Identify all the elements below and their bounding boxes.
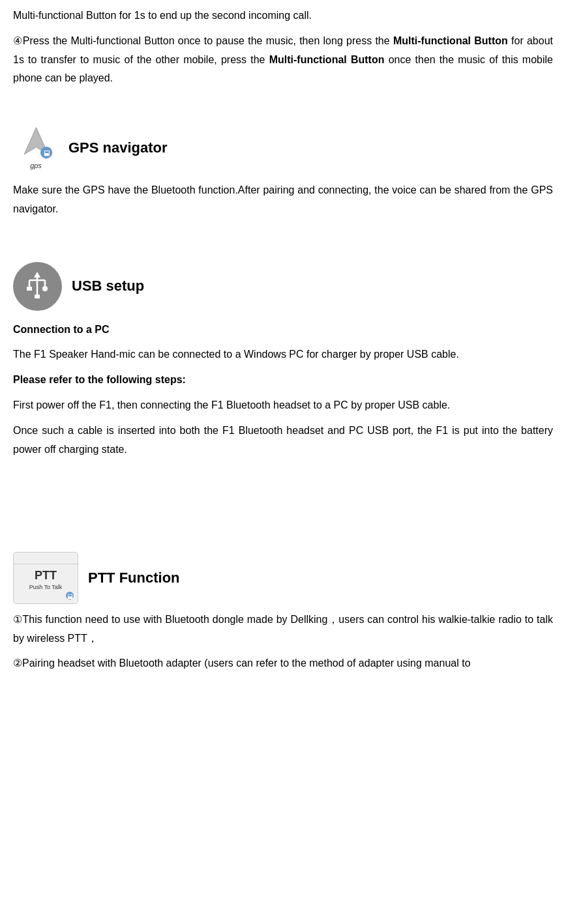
connection-title-text: Connection to a PC (13, 324, 110, 335)
ptt-header: PTT ⬓ Push To Talk PTT Function (13, 552, 553, 604)
usb-section: USB setup Connection to a PC The F1 Spea… (13, 262, 553, 459)
ptt-bt-symbol: ⬓ (65, 591, 74, 600)
gps-header: ⬓ gps GPS navigator (13, 124, 553, 172)
steps-label: Please refer to the following steps: (13, 371, 553, 390)
mfb-paragraph: ④Press the Multi-functional Button once … (13, 32, 553, 88)
svg-marker-9 (34, 272, 40, 278)
ptt-push-label: Push To Talk (29, 583, 63, 592)
svg-rect-7 (27, 287, 32, 291)
mfb-text-1: ④Press the Multi-functional Button once … (13, 35, 553, 84)
connection-desc: The F1 Speaker Hand-mic can be connected… (13, 345, 553, 364)
svg-text:⬓: ⬓ (67, 593, 73, 599)
svg-text:⬓: ⬓ (43, 149, 49, 156)
intro-paragraph: Multi-functional Button for 1s to end up… (13, 7, 553, 25)
usb-icon-svg (20, 268, 55, 304)
gps-label: gps (30, 160, 42, 172)
usb-step2: Once such a cable is inserted into both … (13, 422, 553, 459)
usb-step2-text: Once such a cable is inserted into both … (13, 425, 553, 455)
usb-step1: First power off the F1, then connecting … (13, 396, 553, 415)
steps-label-text: Please refer to the following steps: (13, 374, 186, 385)
connection-title: Connection to a PC (13, 321, 553, 339)
gps-section: ⬓ gps GPS navigator Make sure the GPS ha… (13, 124, 553, 219)
ptt-icon: PTT ⬓ Push To Talk (13, 552, 78, 604)
ptt-section: PTT ⬓ Push To Talk PTT Function ①This fu… (13, 552, 553, 673)
mfb-bold-1: Multi-functional Button (393, 35, 508, 46)
svg-point-8 (42, 286, 48, 291)
mfb-bold-2: Multi-functional Button (269, 54, 385, 65)
ptt-point2-text: ②Pairing headset with Bluetooth adapter … (13, 657, 471, 669)
ptt-title: PTT Function (88, 566, 180, 589)
gps-desc-text: Make sure the GPS have the Bluetooth fun… (13, 184, 553, 214)
ptt-point1: ①This function need to use with Bluetoot… (13, 611, 553, 648)
usb-title: USB setup (72, 274, 144, 297)
ptt-icon-line (14, 564, 78, 564)
gps-title: GPS navigator (68, 136, 168, 159)
usb-icon (13, 262, 62, 311)
usb-header: USB setup (13, 262, 553, 311)
page-content: Multi-functional Button for 1s to end up… (13, 7, 553, 673)
ptt-point2: ②Pairing headset with Bluetooth adapter … (13, 654, 553, 673)
svg-rect-10 (35, 295, 40, 298)
gps-description: Make sure the GPS have the Bluetooth fun… (13, 181, 553, 219)
intro-text: Multi-functional Button for 1s to end up… (13, 10, 312, 21)
usb-step1-text: First power off the F1, then connecting … (13, 399, 450, 411)
gps-icon: ⬓ (18, 124, 54, 160)
ptt-icon-text: PTT (35, 570, 57, 581)
ptt-point1-text: ①This function need to use with Bluetoot… (13, 614, 553, 644)
connection-desc-text: The F1 Speaker Hand-mic can be connected… (13, 349, 459, 360)
gps-icon-container: ⬓ gps (13, 124, 59, 172)
